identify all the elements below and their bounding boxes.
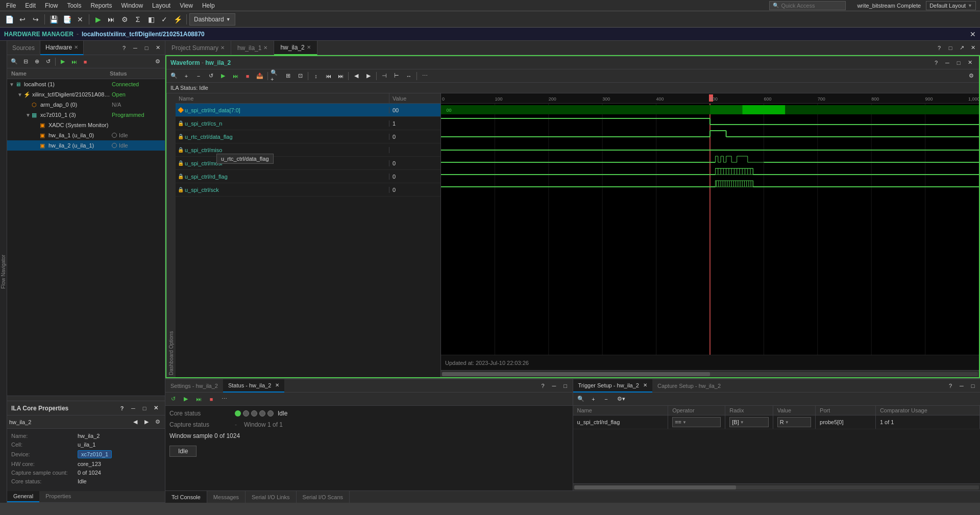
status-min-btn[interactable]: ─ — [549, 381, 559, 391]
wf-scroll-right-btn[interactable]: ▶ — [363, 71, 374, 81]
dashboard-dropdown[interactable]: Dashboard ▼ — [189, 13, 235, 26]
report-btn[interactable]: Σ — [132, 13, 144, 26]
wf-scrollbar[interactable] — [441, 370, 979, 377]
wf-cursor-btn[interactable]: ↕ — [310, 71, 322, 81]
sig-row-miso[interactable]: 🔒 u_spi_ctrl/miso u_rtc_ctrl/data_flag — [176, 143, 440, 157]
tab-trigger-close-icon[interactable]: ✕ — [643, 382, 647, 388]
sig-row-mosi[interactable]: 🔒 u_spi_ctrl/mosi 0 — [176, 157, 440, 170]
run-all-btn[interactable]: ⏭ — [105, 13, 117, 26]
search-input[interactable] — [781, 3, 842, 9]
wf-zoom-region-btn[interactable]: ⊞ — [282, 71, 293, 81]
trigger-add-btn[interactable]: + — [588, 394, 599, 404]
status-reset-btn[interactable]: ↺ — [167, 394, 179, 404]
tree-item-ila2[interactable]: ▶ ▣ hw_ila_2 (u_ila_1) Idle — [7, 140, 165, 151]
tree-item-arm[interactable]: ▶ ⬡ arm_dap_0 (0) N/A — [7, 100, 165, 110]
menu-flow[interactable]: Flow — [41, 1, 62, 10]
sig-row-csn[interactable]: 🔒 u_spi_ctrl/cs_n 1 — [176, 117, 440, 130]
hw-manager-close-btn[interactable]: ✕ — [970, 30, 976, 38]
sig-row-rdflag[interactable]: 🔒 u_spi_ctrl/rd_flag 0 — [176, 170, 440, 183]
wf-scroll-thumb[interactable] — [442, 372, 710, 376]
main-expand-btn[interactable]: □ — [945, 43, 955, 53]
hw-run-all-btn[interactable]: ⏭ — [69, 57, 79, 67]
sig-row-sck[interactable]: 🔒 u_spi_ctrl/sck 0 — [176, 183, 440, 197]
tab-project-summary[interactable]: Project Summary ✕ — [165, 41, 231, 55]
tree-content[interactable]: ▼ 🖥 localhost (1) Connected ▼ ⚡ xilinx_t… — [7, 79, 165, 396]
menu-help[interactable]: Help — [198, 1, 219, 10]
trigger-max-btn[interactable]: □ — [968, 381, 978, 391]
tab-serial-io-scans[interactable]: Serial I/O Scans — [297, 491, 350, 503]
tab-trigger-setup[interactable]: Trigger Setup - hw_ila_2 ✕ — [573, 379, 652, 393]
tree-scrollbar[interactable] — [7, 396, 165, 401]
wf-refresh-btn[interactable]: ↺ — [205, 71, 216, 81]
tree-item-ila1[interactable]: ▶ ▣ hw_ila_1 (u_ila_0) Idle — [7, 130, 165, 140]
trigger-scroll-thumb[interactable] — [574, 485, 736, 489]
wf-min-btn[interactable]: ─ — [942, 58, 952, 68]
run-btn[interactable]: ▶ — [92, 13, 104, 26]
layout-dropdown[interactable]: Default Layout ▼ — [926, 1, 976, 10]
wf-align-left-btn[interactable]: ⊣ — [379, 71, 390, 81]
tab-settings[interactable]: Settings - hw_ila_2 — [165, 379, 223, 393]
wf-zoom-out-btn[interactable]: − — [193, 71, 204, 81]
radix-dropdown[interactable]: [B] ▼ — [729, 417, 769, 427]
route-btn[interactable]: ✓ — [158, 13, 170, 26]
menu-tools[interactable]: Tools — [63, 1, 85, 10]
menu-edit[interactable]: Edit — [21, 1, 40, 10]
wf-zoom-fit-btn[interactable]: + — [181, 71, 192, 81]
tab-general[interactable]: General — [7, 491, 39, 502]
undo-btn[interactable]: ↩ — [16, 13, 29, 26]
hw-run-btn[interactable]: ▶ — [58, 57, 68, 67]
menu-file[interactable]: File — [2, 1, 20, 10]
trigger-config-btn[interactable]: ⚙▾ — [614, 394, 629, 404]
wf-align-center-btn[interactable]: ↔ — [403, 71, 414, 81]
status-help-btn[interactable]: ? — [538, 381, 548, 391]
main-help-btn[interactable]: ? — [934, 43, 944, 53]
ila-help-btn[interactable]: ? — [117, 403, 127, 413]
wf-zoom-full-btn[interactable]: ⊡ — [295, 71, 306, 81]
value-dropdown[interactable]: R ▼ — [777, 417, 811, 427]
tree-item-fpga[interactable]: ▼ ▦ xc7z010_1 (3) Programmed — [7, 110, 165, 120]
sig-row-dataflag[interactable]: 🔒 u_rtc_ctrl/data_flag 0 — [176, 130, 440, 143]
menu-view[interactable]: View — [176, 1, 197, 10]
wf-marker-next-btn[interactable]: ⏭ — [335, 71, 346, 81]
wf-scroll-left-btn[interactable]: ◀ — [351, 71, 362, 81]
wf-config-btn[interactable]: ⚙ — [966, 71, 977, 81]
trigger-scrollbar[interactable] — [573, 483, 981, 491]
close-btn[interactable]: ✕ — [74, 13, 86, 26]
panel-max-btn[interactable]: □ — [141, 43, 152, 53]
expand-cable-icon[interactable]: ▼ — [17, 92, 23, 97]
trigger-help-btn[interactable]: ? — [945, 381, 955, 391]
redo-btn[interactable]: ↪ — [30, 13, 42, 26]
tree-item-localhost[interactable]: ▼ 🖥 localhost (1) Connected — [7, 79, 165, 89]
expand-localhost-icon[interactable]: ▼ — [9, 82, 15, 87]
expand-fpga-icon[interactable]: ▼ — [26, 112, 32, 118]
status-max-btn[interactable]: □ — [560, 381, 571, 391]
tab-serial-io-links[interactable]: Serial I/O Links — [246, 491, 297, 503]
tab-hw-ila-1-close-icon[interactable]: ✕ — [263, 45, 267, 51]
menu-reports[interactable]: Reports — [86, 1, 116, 10]
status-run-all-btn[interactable]: ⏭ — [193, 394, 204, 404]
wf-search-btn[interactable]: 🔍 — [168, 71, 180, 81]
tab-hardware-close-icon[interactable]: ✕ — [74, 44, 78, 50]
ila-config-btn[interactable]: ⚙ — [153, 417, 163, 427]
tree-item-xadc[interactable]: ▶ ▣ XADC (System Monitor) — [7, 120, 165, 130]
wf-export-btn[interactable]: 📤 — [254, 71, 265, 81]
wf-close-btn[interactable]: ✕ — [965, 58, 975, 68]
tab-status-close-icon[interactable]: ✕ — [275, 382, 279, 388]
trigger-min-btn[interactable]: ─ — [957, 381, 967, 391]
wf-marker-prev-btn[interactable]: ⏮ — [323, 71, 334, 81]
tab-hw-ila-2[interactable]: hw_ila_2 ✕ — [274, 41, 317, 55]
sig-row-rddata[interactable]: 🔶 u_spi_ctrl/rd_data[7:0] 00 — [176, 104, 440, 117]
tab-hw-ila-2-close-icon[interactable]: ✕ — [307, 44, 311, 50]
tab-hw-ila-1[interactable]: hw_ila_1 ✕ — [231, 41, 274, 55]
hw-search-btn[interactable]: 🔍 — [9, 57, 19, 67]
operator-dropdown[interactable]: == ▼ — [672, 417, 721, 427]
tab-sources[interactable]: Sources — [7, 41, 40, 55]
status-run-btn[interactable]: ▶ — [180, 394, 191, 404]
ila-max-btn[interactable]: □ — [139, 403, 150, 413]
wf-waves[interactable]: 00 18 — [441, 104, 979, 355]
wf-extra-btn[interactable]: ⋯ — [419, 71, 430, 81]
wf-align-right-btn[interactable]: ⊢ — [391, 71, 402, 81]
tab-project-summary-close-icon[interactable]: ✕ — [220, 45, 225, 51]
tab-capture-setup[interactable]: Capture Setup - hw_ila_2 — [652, 379, 726, 393]
hw-stop-btn[interactable]: ■ — [80, 57, 90, 67]
